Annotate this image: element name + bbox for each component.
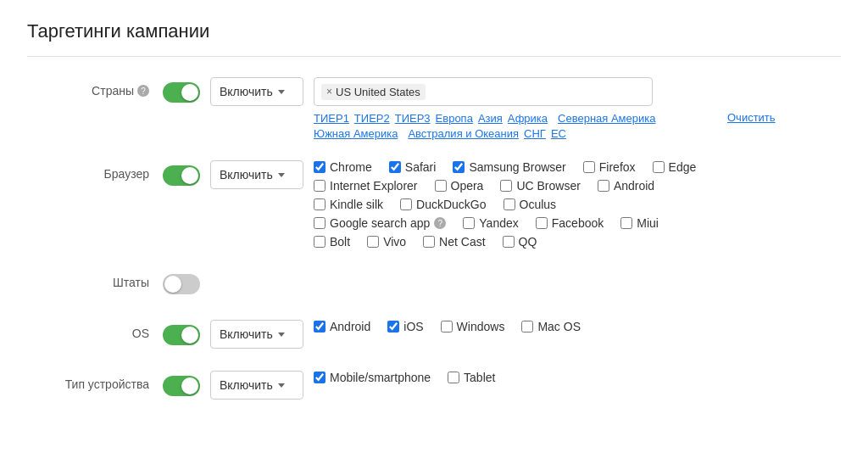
tier3-link[interactable]: ТИЕР3 — [395, 112, 431, 125]
south-america-link[interactable]: Южная Америка — [314, 127, 398, 140]
browser-row-1: Chrome Safari Samsung Browser Firefox Ed… — [314, 160, 841, 174]
countries-content: × US United States ТИЕР1 ТИЕР2 ТИЕР3 Евр… — [314, 77, 841, 140]
net-cast-checkbox[interactable]: Net Cast — [423, 235, 485, 249]
us-tag: × US United States — [321, 84, 426, 100]
countries-toggle[interactable] — [163, 82, 200, 103]
yandex-checkbox[interactable]: Yandex — [463, 216, 518, 230]
oculus-checkbox[interactable]: Oculus — [504, 198, 557, 211]
browser-row-4: Google search app ? Yandex Facebook Miui — [314, 216, 841, 230]
opera-checkbox[interactable]: Opera — [435, 179, 484, 193]
kindle-silk-checkbox[interactable]: Kindle silk — [314, 198, 383, 211]
countries-label: Страны ? — [27, 77, 163, 98]
chrome-checkbox[interactable]: Chrome — [314, 160, 372, 174]
device-type-row: Тип устройства Включить Mobile/smartphon… — [27, 371, 841, 401]
north-america-link[interactable]: Северная Америка — [558, 112, 655, 125]
browser-row-2: Internet Explorer Opera UC Browser Andro… — [314, 179, 841, 193]
browser-toggle[interactable] — [163, 165, 200, 186]
mobile-checkbox[interactable]: Mobile/smartphone — [314, 371, 431, 384]
region-links-container: ТИЕР1 ТИЕР2 ТИЕР3 Европа Азия Африка Сев… — [314, 111, 841, 140]
os-label: OS — [27, 320, 163, 340]
africa-link[interactable]: Африка — [508, 112, 548, 125]
os-row: OS Включить Android iOS Windows — [27, 320, 841, 350]
os-row-1: Android iOS Windows Mac OS — [314, 320, 841, 333]
device-type-row-1: Mobile/smartphone Tablet — [314, 371, 841, 384]
google-search-help-icon[interactable]: ? — [434, 217, 446, 229]
australia-link[interactable]: Австралия и Океания — [408, 127, 519, 140]
browser-row-3: Kindle silk DuckDuckGo Oculus — [314, 198, 841, 211]
device-type-content: Mobile/smartphone Tablet — [314, 371, 841, 384]
eu-link[interactable]: ЕС — [551, 127, 566, 140]
states-label: Штаты — [27, 269, 163, 289]
safari-checkbox[interactable]: Safari — [389, 160, 437, 174]
android-os-checkbox[interactable]: Android — [314, 320, 370, 333]
os-content: Android iOS Windows Mac OS — [314, 320, 841, 333]
asia-link[interactable]: Азия — [478, 112, 503, 125]
miui-checkbox[interactable]: Miui — [620, 216, 659, 230]
duckduckgo-checkbox[interactable]: DuckDuckGo — [400, 198, 486, 211]
os-dropdown-arrow — [278, 332, 285, 337]
device-type-dropdown[interactable]: Включить — [210, 371, 303, 400]
tier1-link[interactable]: ТИЕР1 — [314, 112, 349, 125]
europe-link[interactable]: Европа — [436, 112, 473, 125]
windows-checkbox[interactable]: Windows — [441, 320, 505, 333]
countries-dropdown[interactable]: Включить — [210, 77, 303, 106]
states-row: Штаты — [27, 269, 841, 299]
device-type-toggle[interactable] — [163, 376, 200, 396]
device-type-dropdown-arrow — [278, 383, 285, 388]
browser-label: Браузер — [27, 160, 163, 181]
google-search-app-checkbox[interactable]: Google search app ? — [314, 216, 446, 230]
states-toggle[interactable] — [163, 274, 200, 294]
countries-row: Страны ? Включить × US United States ТИЕ… — [27, 77, 841, 140]
us-tag-close[interactable]: × — [326, 87, 332, 97]
firefox-checkbox[interactable]: Firefox — [583, 160, 636, 174]
macos-checkbox[interactable]: Mac OS — [521, 320, 581, 333]
browser-row: Браузер Включить Chrome Safari Sams — [27, 160, 841, 249]
page-title: Таргетинги кампании — [27, 20, 841, 57]
browser-dropdown[interactable]: Включить — [210, 160, 303, 189]
facebook-checkbox[interactable]: Facebook — [536, 216, 604, 230]
os-toggle[interactable] — [163, 325, 200, 345]
cis-link[interactable]: СНГ — [524, 127, 546, 140]
region-links: ТИЕР1 ТИЕР2 ТИЕР3 Европа Азия Африка Сев… — [314, 111, 721, 140]
samsung-browser-checkbox[interactable]: Samsung Browser — [453, 160, 565, 174]
tier2-link[interactable]: ТИЕР2 — [354, 112, 390, 125]
countries-tags-input[interactable]: × US United States — [314, 77, 653, 106]
tablet-checkbox[interactable]: Tablet — [448, 371, 495, 384]
countries-help-icon[interactable]: ? — [137, 85, 149, 97]
browser-content: Chrome Safari Samsung Browser Firefox Ed… — [314, 160, 841, 249]
browser-dropdown-arrow — [278, 173, 285, 177]
ie-checkbox[interactable]: Internet Explorer — [314, 179, 418, 193]
uc-browser-checkbox[interactable]: UC Browser — [500, 179, 580, 193]
vivo-checkbox[interactable]: Vivo — [367, 235, 406, 249]
ios-checkbox[interactable]: iOS — [387, 320, 423, 333]
os-dropdown[interactable]: Включить — [210, 320, 303, 349]
countries-dropdown-arrow — [278, 90, 285, 94]
device-type-label: Тип устройства — [27, 371, 163, 391]
bolt-checkbox[interactable]: Bolt — [314, 235, 350, 249]
qq-checkbox[interactable]: QQ — [503, 235, 537, 249]
clear-button[interactable]: Очистить — [727, 111, 776, 124]
edge-checkbox[interactable]: Edge — [653, 160, 697, 174]
android-browser-checkbox[interactable]: Android — [598, 179, 654, 193]
browser-row-5: Bolt Vivo Net Cast QQ — [314, 235, 841, 249]
